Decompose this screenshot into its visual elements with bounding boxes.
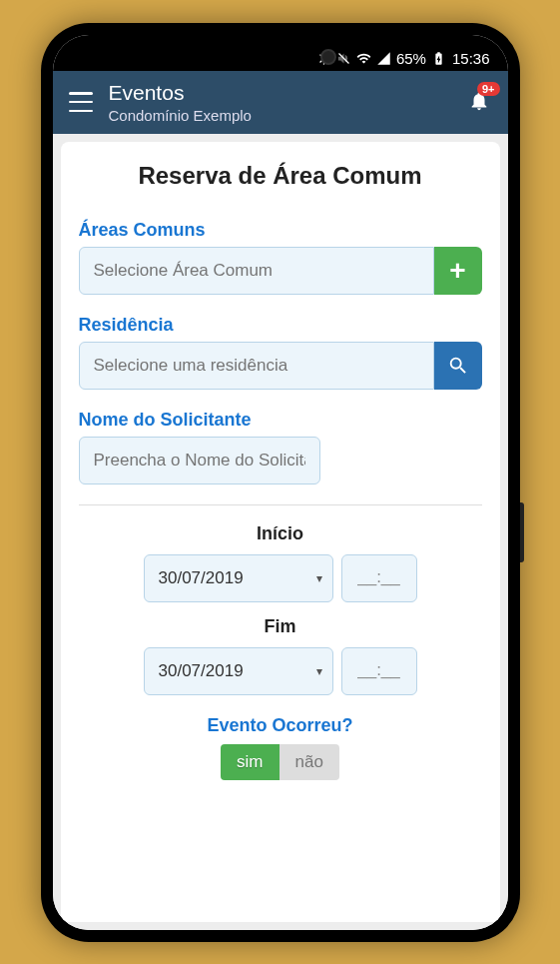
content-area: Reserva de Área Comum Áreas Comuns + Res… bbox=[53, 134, 508, 930]
fim-time-input[interactable]: __:__ bbox=[341, 647, 417, 695]
menu-icon[interactable] bbox=[69, 92, 93, 112]
residencia-group: Residência bbox=[79, 315, 482, 390]
page-title: Reserva de Área Comum bbox=[79, 162, 482, 190]
app-header: Eventos Condomínio Exemplo 9+ bbox=[53, 71, 508, 134]
plus-icon: + bbox=[449, 257, 465, 285]
form-card: Reserva de Área Comum Áreas Comuns + Res… bbox=[61, 142, 500, 922]
fim-label: Fim bbox=[79, 616, 482, 637]
areas-comuns-input[interactable] bbox=[79, 247, 434, 295]
phone-side-button bbox=[520, 502, 524, 562]
evento-ocorreu-section: Evento Ocorreu? sim não bbox=[79, 715, 482, 780]
solicitante-label: Nome do Solicitante bbox=[79, 410, 482, 431]
notification-badge: 9+ bbox=[477, 82, 500, 96]
search-icon bbox=[447, 355, 469, 377]
evento-ocorreu-label: Evento Ocorreu? bbox=[79, 715, 482, 736]
inicio-date-select[interactable]: 30/07/2019 bbox=[144, 554, 333, 602]
vibrate-icon bbox=[336, 51, 351, 66]
toggle-group: sim não bbox=[221, 744, 339, 780]
residencia-label: Residência bbox=[79, 315, 482, 336]
inicio-label: Início bbox=[79, 523, 482, 544]
phone-screen: 65% 15:36 Eventos Condomínio Exemplo 9+ … bbox=[53, 35, 508, 930]
fim-date-select[interactable]: 30/07/2019 bbox=[144, 647, 333, 695]
inicio-date-value: 30/07/2019 bbox=[159, 568, 244, 588]
toggle-sim-button[interactable]: sim bbox=[221, 744, 279, 780]
signal-icon bbox=[376, 51, 391, 66]
search-residencia-button[interactable] bbox=[434, 342, 482, 390]
residencia-input[interactable] bbox=[79, 342, 434, 390]
wifi-icon bbox=[356, 51, 371, 66]
status-time: 15:36 bbox=[452, 50, 490, 67]
status-icons: 65% bbox=[316, 50, 446, 67]
notification-button[interactable]: 9+ bbox=[468, 90, 492, 114]
phone-frame: 65% 15:36 Eventos Condomínio Exemplo 9+ … bbox=[41, 23, 520, 942]
solicitante-input[interactable] bbox=[79, 437, 320, 484]
header-title: Eventos bbox=[109, 81, 452, 105]
inicio-time-input[interactable]: __:__ bbox=[341, 554, 417, 602]
divider bbox=[79, 504, 482, 505]
solicitante-group: Nome do Solicitante bbox=[79, 410, 482, 484]
header-subtitle: Condomínio Exemplo bbox=[109, 107, 452, 124]
battery-percent: 65% bbox=[396, 50, 426, 67]
header-text: Eventos Condomínio Exemplo bbox=[109, 81, 452, 124]
camera-notch bbox=[320, 49, 336, 65]
fim-section: Fim 30/07/2019 __:__ bbox=[79, 616, 482, 695]
areas-comuns-group: Áreas Comuns + bbox=[79, 220, 482, 295]
battery-icon bbox=[431, 51, 446, 66]
toggle-nao-button[interactable]: não bbox=[280, 744, 339, 780]
inicio-section: Início 30/07/2019 __:__ bbox=[79, 523, 482, 602]
areas-comuns-label: Áreas Comuns bbox=[79, 220, 482, 241]
fim-date-value: 30/07/2019 bbox=[159, 661, 244, 681]
status-bar: 65% 15:36 bbox=[53, 35, 508, 71]
add-area-button[interactable]: + bbox=[434, 247, 482, 295]
